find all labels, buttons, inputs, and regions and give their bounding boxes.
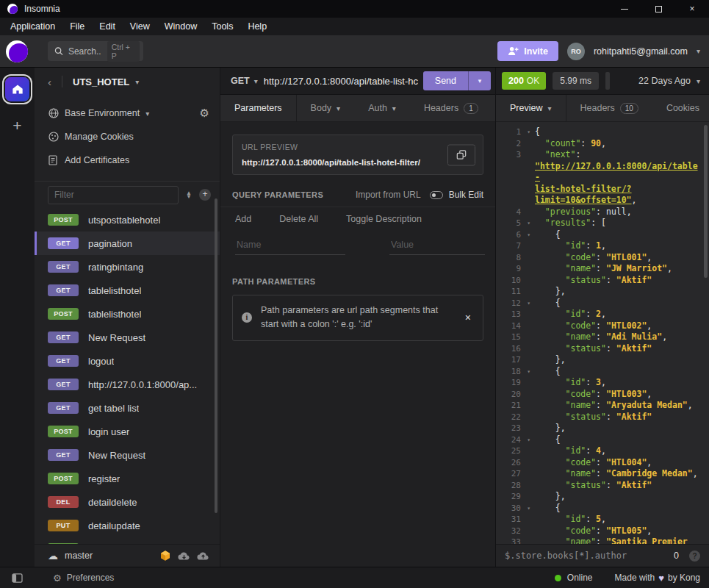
- request-item[interactable]: GETNew Request: [35, 443, 220, 467]
- branch-name[interactable]: master: [65, 551, 93, 561]
- help-icon[interactable]: ?: [689, 551, 700, 562]
- request-item[interactable]: GETratingbintang: [35, 255, 220, 279]
- code-line: 26 "code": "HTL004",: [496, 457, 709, 469]
- request-item[interactable]: PUTdetailupdate: [35, 514, 220, 537]
- menu-item-help[interactable]: Help: [240, 19, 274, 34]
- code-text: "name": "Adi Mulia",: [531, 331, 709, 343]
- invite-button[interactable]: Invite: [497, 41, 558, 61]
- title-bar: Insomnia ×: [0, 0, 709, 18]
- account-email[interactable]: rohitpahti5@gmail.com: [594, 46, 688, 57]
- avatar[interactable]: RO: [567, 43, 585, 60]
- delete-all-button[interactable]: Delete All: [279, 214, 318, 224]
- code-line: 11 },: [496, 286, 709, 298]
- cloud-upload-icon[interactable]: [197, 551, 209, 561]
- copy-url-button[interactable]: [447, 144, 475, 165]
- home-button[interactable]: [5, 77, 29, 101]
- request-item[interactable]: POSTregister: [35, 467, 220, 490]
- filter-input[interactable]: [48, 186, 179, 204]
- menu-item-application[interactable]: Application: [3, 19, 62, 34]
- menu-item-tools[interactable]: Tools: [204, 19, 240, 34]
- workspace-header: ‹ UTS_HOTEL ▾: [35, 68, 220, 96]
- package-icon[interactable]: [159, 550, 171, 562]
- fold-chevron-icon[interactable]: ▾: [527, 218, 530, 229]
- method-selector[interactable]: GET: [231, 76, 250, 86]
- cloud-download-icon[interactable]: [178, 551, 190, 561]
- menu-item-window[interactable]: Window: [157, 19, 204, 34]
- environment-gear-icon[interactable]: ⚙: [200, 107, 209, 120]
- jsonpath-filter-input[interactable]: [505, 551, 663, 561]
- add-workspace-button[interactable]: +: [12, 118, 21, 133]
- request-item[interactable]: POSTdetailpost: [35, 537, 220, 544]
- add-certificates-label: Add Certificates: [65, 155, 129, 165]
- send-button[interactable]: Send: [423, 71, 469, 90]
- url-input[interactable]: http://127.0.0.1:8000/api/table-list-hc: [264, 76, 420, 87]
- code-line: 17 },: [496, 354, 709, 366]
- minimize-button[interactable]: [608, 0, 641, 18]
- made-with-kong: Made with ♥ by Kong: [615, 573, 700, 584]
- account-chevron-down-icon[interactable]: ▾: [697, 47, 700, 55]
- fold-chevron-icon[interactable]: ▾: [527, 298, 530, 309]
- workspace-chevron-down-icon[interactable]: ▾: [135, 78, 139, 86]
- close-button[interactable]: ×: [675, 0, 709, 18]
- request-item[interactable]: GETNew Request: [35, 326, 220, 349]
- fold-chevron-icon[interactable]: ▾: [527, 126, 530, 138]
- menu-item-edit[interactable]: Edit: [92, 19, 123, 34]
- online-status[interactable]: Online: [555, 573, 593, 583]
- manage-cookies-item[interactable]: Manage Cookies: [35, 125, 220, 148]
- tab-response-headers[interactable]: Headers10: [566, 95, 652, 121]
- tab-parameters[interactable]: Parameters: [220, 95, 297, 121]
- toggle-sidebar-button[interactable]: [0, 573, 35, 583]
- request-item[interactable]: GETpagination: [35, 232, 220, 255]
- import-from-url-button[interactable]: Import from URL: [356, 190, 421, 200]
- request-item[interactable]: DELdetaildelete: [35, 490, 220, 514]
- close-icon[interactable]: ×: [462, 312, 474, 323]
- send-chevron-down-icon[interactable]: ▾: [469, 71, 491, 90]
- fold-chevron-icon[interactable]: ▾: [527, 434, 530, 446]
- history-chevron-down-icon: ▾: [697, 77, 700, 85]
- code-text: {: [531, 503, 709, 514]
- bulk-edit-toggle-icon[interactable]: [430, 191, 443, 199]
- fold-chevron-icon[interactable]: ▾: [527, 366, 530, 378]
- request-item[interactable]: POSTlogin user: [35, 420, 220, 443]
- workspace-name[interactable]: UTS_HOTEL: [73, 76, 129, 87]
- fold-chevron-icon[interactable]: ▾: [527, 229, 530, 241]
- preferences-button[interactable]: ⚙ Preferences: [53, 573, 114, 584]
- code-line: 32 "code": "HTL005",: [496, 526, 709, 537]
- tab-body[interactable]: Body▾: [297, 95, 355, 121]
- sidebar-scrollbar[interactable]: [215, 198, 217, 513]
- bulk-edit-button[interactable]: Bulk Edit: [449, 190, 483, 200]
- base-environment-label: Base Environment: [65, 108, 140, 118]
- base-environment-item[interactable]: Base Environment ▾ ⚙: [35, 101, 220, 125]
- add-certificates-item[interactable]: Add Certificates: [35, 148, 220, 172]
- insomnia-logo-icon[interactable]: [6, 40, 28, 62]
- menu-item-file[interactable]: File: [62, 19, 92, 34]
- param-name-input[interactable]: [235, 237, 345, 255]
- fold-chevron-icon[interactable]: ▾: [527, 503, 530, 514]
- maximize-button[interactable]: [641, 0, 675, 18]
- method-chevron-down-icon[interactable]: ▾: [254, 77, 258, 85]
- param-value-input[interactable]: [389, 237, 485, 255]
- url-preview-box: URL PREVIEW http://127.0.0.1:8000/api/ta…: [232, 135, 483, 175]
- response-scrollbar[interactable]: [704, 125, 708, 278]
- tab-preview[interactable]: Preview▾: [496, 95, 566, 121]
- add-param-button[interactable]: Add: [235, 214, 251, 224]
- request-item[interactable]: POSTtablelisthotel: [35, 302, 220, 326]
- menu-item-view[interactable]: View: [123, 19, 157, 34]
- tab-headers[interactable]: Headers1: [410, 95, 492, 121]
- request-item[interactable]: GEThttp://127.0.0.1:8000/ap...: [35, 373, 220, 396]
- request-item[interactable]: GETget tabel list: [35, 396, 220, 420]
- method-badge: GET: [48, 237, 79, 249]
- method-badge: POST: [48, 426, 79, 437]
- response-history-dropdown[interactable]: 22 Days Ago ▾: [638, 76, 700, 86]
- request-item[interactable]: GETlogout: [35, 349, 220, 373]
- request-item[interactable]: POSTutsposttablehotel: [35, 208, 220, 232]
- search-input[interactable]: Search.. Ctrl + P: [48, 41, 143, 61]
- toggle-description-button[interactable]: Toggle Description: [346, 214, 422, 224]
- tab-auth[interactable]: Auth▾: [354, 95, 410, 121]
- add-request-button[interactable]: +: [199, 189, 211, 201]
- back-chevron-icon[interactable]: ‹: [48, 76, 51, 88]
- request-name: register: [88, 473, 120, 484]
- request-item[interactable]: GETtablelisthotel: [35, 279, 220, 302]
- sort-icon[interactable]: ▲▼: [186, 191, 192, 198]
- tab-cookies[interactable]: Cookies: [652, 95, 709, 121]
